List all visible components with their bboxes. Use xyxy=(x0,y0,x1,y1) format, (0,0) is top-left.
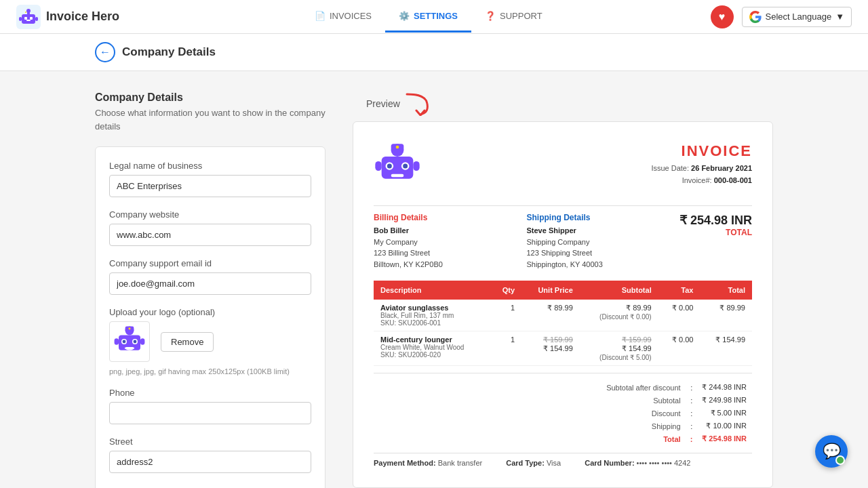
heart-icon: ♥ xyxy=(719,11,726,23)
favorite-button[interactable]: ♥ xyxy=(711,5,734,28)
payment-method-value: Bank transfer xyxy=(438,459,482,467)
main-nav: 📄 INVOICES ⚙️ SETTINGS ❓ SUPPORT xyxy=(146,1,710,33)
totals-separator-2: : xyxy=(686,394,697,406)
item-2-original-subtotal: ₹ 159.99 xyxy=(622,336,652,344)
svg-point-8 xyxy=(25,12,26,13)
company-website-input[interactable] xyxy=(109,224,311,246)
svg-point-24 xyxy=(387,164,392,169)
billing-address2: Billtown, KY K2P0B0 xyxy=(374,260,443,268)
discount-value: ₹ 5.00 INR xyxy=(698,407,751,419)
support-email-label: Company support email id xyxy=(109,258,311,268)
item-1-total: ₹ 89.99 xyxy=(700,300,752,331)
svg-rect-1 xyxy=(24,17,27,20)
total-amount: ₹ 254.98 INR xyxy=(679,213,752,228)
invoice-header: INVOICE Issue Date: 26 February 2021 Inv… xyxy=(374,142,752,192)
invoices-icon: 📄 xyxy=(315,11,326,21)
back-button[interactable]: ← xyxy=(95,42,115,62)
invoice-title: INVOICE xyxy=(651,142,752,160)
shipping-label: Shipping xyxy=(602,420,684,432)
shipping-header: Shipping Details xyxy=(526,213,679,222)
item-2-detail: Cream White, Walnut Wood xyxy=(380,344,484,351)
billing-section: Billing Details Bob Biller My Company 12… xyxy=(374,213,752,270)
app-logo[interactable]: Invoice Hero xyxy=(16,5,119,29)
business-name-input[interactable] xyxy=(109,175,311,197)
invoice-no: 000-08-001 xyxy=(714,176,752,184)
nav-settings[interactable]: ⚙️ SETTINGS xyxy=(385,1,471,33)
business-name-label: Legal name of business xyxy=(109,161,311,171)
card-number: Card Number: •••• •••• •••• 4242 xyxy=(585,459,701,467)
item-2-original-price: ₹ 159.99 xyxy=(543,336,573,344)
svg-rect-7 xyxy=(35,17,38,21)
chat-icon: 💬 xyxy=(823,443,841,460)
preview-arrow-icon xyxy=(406,92,433,116)
col-tax: Tax xyxy=(658,281,701,300)
card-number-value: •••• •••• •••• 4242 xyxy=(637,459,691,467)
item-1-desc: Aviator sunglasses Black, Full Rim, 137 … xyxy=(374,300,490,331)
item-2-name: Mid-century lounger xyxy=(380,336,484,344)
svg-rect-2 xyxy=(30,17,33,20)
shipping-company: Shipping Company xyxy=(526,238,589,246)
item-1-discount: (Discount ₹ 0.00) xyxy=(599,313,652,321)
card-type-value: Visa xyxy=(547,459,561,467)
lang-selector-label: Select Language xyxy=(766,12,832,22)
upload-hint: png, jpeg, jpg, gif having max 250x125px… xyxy=(109,367,311,375)
totals-separator-3: : xyxy=(686,407,697,419)
invoice-no-label: Invoice#: xyxy=(682,176,712,184)
discount-label: Discount xyxy=(602,407,684,419)
payment-row: Payment Method: Bank transfer Card Type:… xyxy=(374,453,752,467)
lang-dropdown-icon: ▼ xyxy=(835,12,844,22)
svg-rect-16 xyxy=(115,338,119,345)
item-1-unit-price: ₹ 89.99 xyxy=(521,300,580,331)
form-card: Legal name of business Company website C… xyxy=(95,146,326,488)
totals-row-shipping: Shipping : ₹ 10.00 INR xyxy=(602,420,751,432)
col-qty: Qty xyxy=(490,281,521,300)
language-selector[interactable]: Select Language ▼ xyxy=(742,7,852,27)
phone-input[interactable] xyxy=(109,402,311,424)
issue-date-label: Issue Date: xyxy=(651,164,689,172)
nav-support[interactable]: ❓ SUPPORT xyxy=(471,1,556,33)
nav-invoices-label: INVOICES xyxy=(330,11,372,21)
invoice-robot-icon xyxy=(374,142,421,190)
item-2-total: ₹ 154.99 xyxy=(700,331,752,366)
item-1-qty: 1 xyxy=(490,300,521,331)
svg-point-19 xyxy=(128,327,130,329)
nav-invoices[interactable]: 📄 INVOICES xyxy=(301,1,385,33)
logo-icon xyxy=(16,5,41,29)
item-1-name: Aviator sunglasses xyxy=(380,304,484,312)
svg-rect-28 xyxy=(413,161,419,171)
street-input[interactable] xyxy=(109,451,311,473)
section-title: Company Details xyxy=(95,92,326,104)
svg-rect-27 xyxy=(375,161,381,171)
shipping-body: Steve Shipper Shipping Company 123 Shipp… xyxy=(526,225,679,270)
street-group: Street xyxy=(109,436,311,473)
svg-rect-26 xyxy=(391,174,404,178)
grand-total-value: ₹ 254.98 INR xyxy=(698,433,751,445)
subtotal-label: Subtotal xyxy=(602,394,684,406)
breadcrumb: ← Company Details xyxy=(0,34,868,71)
totals-separator-4: : xyxy=(686,420,697,432)
grand-total-label: Total xyxy=(602,433,684,445)
svg-point-30 xyxy=(396,146,399,149)
main-content: Company Details Choose what information … xyxy=(0,71,868,488)
item-2-qty: 1 xyxy=(490,331,521,366)
section-desc: Choose what information you want to show… xyxy=(95,106,326,133)
billing-address1: 123 Billing Street xyxy=(374,249,430,257)
billing-company: My Company xyxy=(374,238,418,246)
phone-group: Phone xyxy=(109,388,311,424)
shipping-value: ₹ 10.00 INR xyxy=(698,420,751,432)
nav-settings-label: SETTINGS xyxy=(414,11,458,21)
svg-rect-0 xyxy=(22,14,35,24)
chat-button[interactable]: 💬 xyxy=(815,435,848,468)
preview-label: Preview xyxy=(366,98,400,109)
totals-table: Subtotal after discount : ₹ 244.98 INR S… xyxy=(601,380,752,446)
item-2-tax: ₹ 0.00 xyxy=(658,331,701,366)
remove-logo-button[interactable]: Remove xyxy=(161,332,214,352)
total-label: TOTAL xyxy=(679,228,752,237)
totals-separator-1: : xyxy=(686,382,697,393)
table-row: Mid-century lounger Cream White, Walnut … xyxy=(374,331,752,366)
shipping-address2: Shippington, KY 40003 xyxy=(526,260,602,268)
support-email-input[interactable] xyxy=(109,272,311,295)
company-website-label: Company website xyxy=(109,209,311,220)
left-panel: Company Details Choose what information … xyxy=(95,92,326,488)
totals-row-total: Total : ₹ 254.98 INR xyxy=(602,433,751,445)
